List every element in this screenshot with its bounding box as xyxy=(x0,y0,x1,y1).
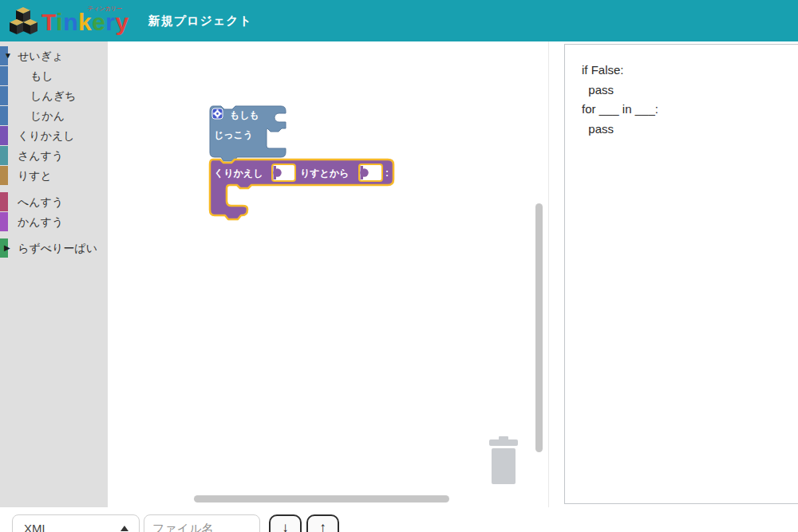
if-block[interactable]: もしも じっこう xyxy=(210,106,286,161)
code-line: pass xyxy=(582,81,798,100)
workspace-blocks: もしも じっこう くりかえし りすとから : xyxy=(203,100,403,227)
sidebar-category-list: ▼せいぎょもししんぎちじかんくりかえしさんすうりすとへんすうかんすう▶らずべりー… xyxy=(0,46,108,258)
value-socket-item[interactable] xyxy=(272,164,295,181)
category-label: りすと xyxy=(18,169,52,183)
app-window: ティンカリー Tinkery 新規プロジェクト ▼せいぎょもししんぎちじかんくり… xyxy=(0,0,798,532)
if-block-label: もしも xyxy=(230,109,259,120)
for-block-repeat-label: くりかえし xyxy=(214,167,263,179)
logo-letter: T xyxy=(41,9,56,35)
category-color-bar xyxy=(0,192,8,211)
download-button[interactable]: ↓ xyxy=(269,514,302,532)
format-select[interactable]: XML xyxy=(12,514,140,532)
category-label: さんすう xyxy=(18,149,63,164)
category-color-bar xyxy=(0,212,8,231)
horizontal-scrollbar[interactable] xyxy=(194,495,449,502)
gear-icon[interactable] xyxy=(212,108,223,119)
category-color-bar xyxy=(0,86,8,105)
sidebar-item-seigyo[interactable]: ▼せいぎょ xyxy=(0,46,108,66)
category-label: せいぎょ xyxy=(18,49,63,64)
vertical-scrollbar[interactable] xyxy=(535,203,543,452)
sidebar-item-jikan[interactable]: じかん xyxy=(0,106,108,126)
code-line: if False: xyxy=(582,61,798,81)
code-line: pass xyxy=(582,120,798,140)
logo-furigana: ティンカリー xyxy=(88,5,122,13)
project-title: 新規プロジェクト xyxy=(148,14,252,29)
trash-icon[interactable] xyxy=(487,435,522,484)
sidebar-item-shingichi[interactable]: しんぎち xyxy=(0,86,108,106)
value-socket-list[interactable] xyxy=(359,164,382,181)
category-color-bar xyxy=(0,66,8,85)
code-panel: if False: passfor ___ in ___: pass xyxy=(564,44,798,504)
download-arrow-icon: ↓ xyxy=(282,521,289,532)
chevron-collapsed-icon[interactable]: ▶ xyxy=(4,244,10,252)
category-label: かんすう xyxy=(18,215,63,230)
chevron-up-icon xyxy=(120,526,128,531)
logo-letter: n xyxy=(63,9,78,35)
if-block-do-label: じっこう xyxy=(214,129,253,140)
sidebar-item-sansuu[interactable]: さんすう xyxy=(0,146,108,166)
app-header: ティンカリー Tinkery 新規プロジェクト xyxy=(0,0,798,41)
sidebar-item-raspberrypi[interactable]: ▶らずべりーぱい xyxy=(0,238,108,258)
upload-button[interactable]: ↑ xyxy=(306,514,339,532)
category-color-bar xyxy=(0,106,8,125)
category-label: もし xyxy=(30,69,53,84)
format-select-value: XML xyxy=(24,522,49,532)
logo-wordmark: ティンカリー Tinkery xyxy=(41,3,129,38)
sidebar-item-moshi[interactable]: もし xyxy=(0,66,108,86)
sidebar-item-risuto[interactable]: りすと xyxy=(0,166,108,186)
for-block-from-label: りすとから xyxy=(300,167,349,179)
chevron-expanded-icon[interactable]: ▼ xyxy=(4,52,12,60)
logo-cubes-icon xyxy=(10,6,38,36)
sidebar-item-kansuu[interactable]: かんすう xyxy=(0,212,108,232)
category-color-bar xyxy=(0,166,8,185)
upload-arrow-icon: ↑ xyxy=(319,521,326,532)
category-label: しんぎち xyxy=(30,89,76,104)
for-loop-block[interactable]: くりかえし りすとから : xyxy=(210,160,393,219)
code-output: if False: passfor ___ in ___: pass xyxy=(565,45,798,139)
sidebar-item-hensuu[interactable]: へんすう xyxy=(0,192,108,212)
category-color-bar xyxy=(0,146,8,165)
category-label: じかん xyxy=(30,109,65,124)
category-label: くりかえし xyxy=(18,129,75,144)
sidebar: ▼せいぎょもししんぎちじかんくりかえしさんすうりすとへんすうかんすう▶らずべりー… xyxy=(0,41,108,507)
category-label: らずべりーぱい xyxy=(18,242,97,256)
logo-letter: i xyxy=(56,9,63,35)
for-block-colon-label: : xyxy=(385,167,389,179)
sidebar-item-kurikaeshi[interactable]: くりかえし xyxy=(0,126,108,146)
code-line: for ___ in ___: xyxy=(582,100,798,120)
category-color-bar xyxy=(0,126,8,145)
category-label: へんすう xyxy=(18,195,63,210)
app-logo[interactable]: ティンカリー Tinkery xyxy=(10,0,129,41)
footer-toolbar: XML ↓ ↑ xyxy=(0,507,798,532)
filename-input[interactable] xyxy=(144,514,260,532)
